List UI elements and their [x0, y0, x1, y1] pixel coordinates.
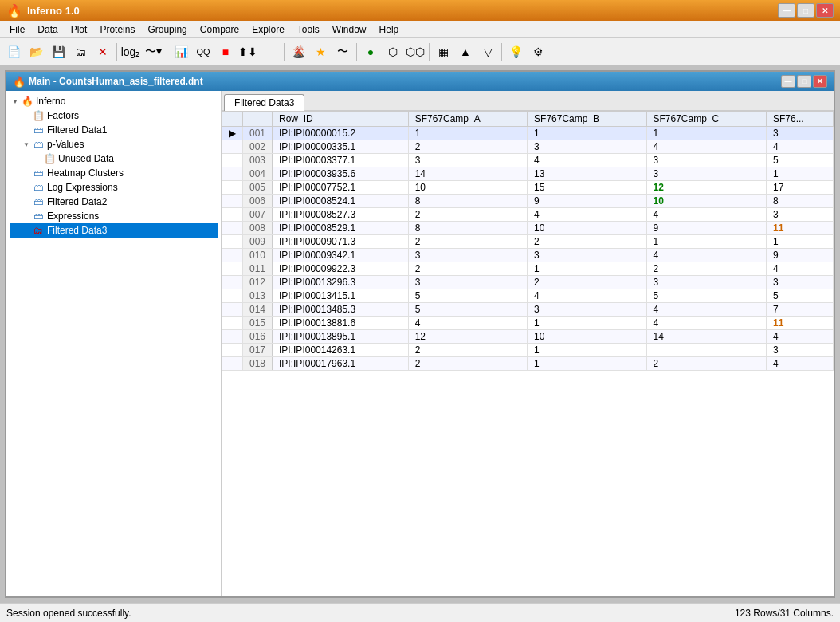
toolbar-filter-btn[interactable]: ▽	[477, 41, 498, 62]
col-header-c[interactable]: SF767Camp_C	[646, 112, 766, 127]
tree-item-pvalues[interactable]: ▼ 🗃 p-Values	[10, 137, 218, 152]
col-header-b[interactable]: SF767Camp_B	[528, 112, 646, 127]
toolbar-red-btn[interactable]: ■	[215, 41, 236, 62]
row-arrow	[222, 317, 243, 330]
row-arrow	[222, 167, 243, 181]
cell-d: 7	[766, 303, 833, 317]
tree-item-unused-data[interactable]: 📋 Unused Data	[10, 152, 218, 166]
col-header-row-id[interactable]: Row_ID	[273, 112, 409, 127]
table-row[interactable]: 004IPI:IPI00003935.6141331	[222, 167, 834, 181]
toolbar-volcano-btn[interactable]: 🌋	[288, 41, 308, 62]
row-arrow: ▶	[222, 127, 243, 140]
table-row[interactable]: 017IPI:IPI00014263.1213	[222, 344, 834, 357]
menu-explore[interactable]: Explore	[245, 22, 291, 37]
table-row[interactable]: 003IPI:IPI00003377.13435	[222, 154, 834, 167]
toolbar-log-btn[interactable]: log₂	[120, 41, 141, 62]
toolbar-delete-btn[interactable]: ✕	[92, 41, 113, 62]
menu-window[interactable]: Window	[326, 22, 373, 37]
table-row[interactable]: ▶001IPI:IPI00000015.21113	[222, 127, 834, 140]
cell-c: 4	[646, 140, 766, 154]
toolbar-line-btn[interactable]: —	[260, 41, 281, 62]
row-arrow	[222, 276, 243, 289]
toolbar-spike-btn[interactable]: ⬆⬇	[237, 41, 258, 62]
cell-b: 10	[528, 222, 646, 235]
tree-item-inferno[interactable]: ▼ 🔥 Inferno	[10, 94, 218, 108]
table-row[interactable]: 006IPI:IPI00008524.189108	[222, 195, 834, 208]
inner-window: 🔥 Main - CountsHuman_asis_filtered.dnt —…	[5, 70, 835, 598]
table-container[interactable]: Row_ID SF767Camp_A SF767Camp_B SF767Camp…	[222, 111, 834, 596]
table-row[interactable]: 018IPI:IPI00017963.12124	[222, 357, 834, 371]
tab-filtered-data3[interactable]: Filtered Data3	[224, 94, 304, 111]
tree-label-filtered-data3: Filtered Data3	[47, 225, 107, 236]
table-row[interactable]: 011IPI:IPI00009922.32124	[222, 262, 834, 276]
menu-grouping[interactable]: Grouping	[141, 22, 193, 37]
menu-file[interactable]: File	[3, 22, 31, 37]
toolbar-qq-btn[interactable]: QQ	[193, 41, 214, 62]
toolbar-network-btn[interactable]: ⬡	[383, 41, 403, 62]
toolbar-bulb-btn[interactable]: 💡	[505, 41, 526, 62]
inner-close-btn[interactable]: ✕	[813, 75, 827, 88]
tree-icon-heatmap: 🗃	[32, 167, 45, 179]
row-number: 004	[243, 167, 273, 181]
table-row[interactable]: 008IPI:IPI00008529.1810911	[222, 222, 834, 235]
cell-a: 2	[408, 235, 527, 249]
toolbar-save-btn[interactable]: 💾	[48, 41, 69, 62]
menu-compare[interactable]: Compare	[194, 22, 245, 37]
app-maximize-btn[interactable]: □	[797, 3, 814, 18]
toolbar-settings-btn[interactable]: ⚙	[528, 41, 548, 62]
toolbar-bar-btn[interactable]: 📊	[171, 41, 191, 62]
cell-c: 4	[646, 317, 766, 330]
toolbar-green-btn[interactable]: ●	[360, 41, 381, 62]
tree-item-heatmap[interactable]: 🗃 Heatmap Clusters	[10, 166, 218, 180]
cell-b: 3	[528, 249, 646, 262]
app-minimize-btn[interactable]: —	[778, 3, 795, 18]
table-row[interactable]: 015IPI:IPI00013881.641411	[222, 317, 834, 330]
toolbar-scatter-btn[interactable]: ★	[310, 41, 331, 62]
toolbar-saveas-btn[interactable]: 🗂	[70, 41, 91, 62]
table-row[interactable]: 010IPI:IPI00009342.13349	[222, 249, 834, 262]
menu-data[interactable]: Data	[31, 22, 64, 37]
tree-item-log-expressions[interactable]: 🗃 Log Expressions	[10, 180, 218, 195]
menu-proteins[interactable]: Proteins	[93, 22, 141, 37]
table-row[interactable]: 012IPI:IPI00013296.33233	[222, 276, 834, 289]
cell-b: 1	[528, 127, 646, 140]
table-row[interactable]: 002IPI:IPI00000335.12344	[222, 140, 834, 154]
inner-maximize-btn[interactable]: □	[797, 75, 811, 88]
cell-row-id: IPI:IPI00003935.6	[273, 167, 409, 181]
menu-help[interactable]: Help	[373, 22, 406, 37]
tree-item-factors[interactable]: 📋 Factors	[10, 108, 218, 123]
col-header-a[interactable]: SF767Camp_A	[408, 112, 527, 127]
toolbar-triangle-btn[interactable]: ▲	[455, 41, 476, 62]
table-row[interactable]: 014IPI:IPI00013485.35347	[222, 303, 834, 317]
row-number: 013	[243, 289, 273, 303]
inner-body: ▼ 🔥 Inferno 📋 Factors 🗃 Filtered Data1	[6, 91, 834, 596]
tree-item-filtered-data2[interactable]: 🗃 Filtered Data2	[10, 195, 218, 209]
tree-icon-factors: 📋	[32, 109, 45, 122]
cell-d: 5	[766, 154, 833, 167]
app-close-btn[interactable]: ✕	[816, 3, 834, 18]
toolbar-heatmap-btn[interactable]: ▦	[433, 41, 453, 62]
toolbar-sep-2	[167, 43, 167, 61]
toolbar-wave2-btn[interactable]: 〜	[332, 41, 353, 62]
toolbar-cluster-btn[interactable]: ⬡⬡	[405, 41, 426, 62]
col-header-d[interactable]: SF76...	[766, 112, 833, 127]
status-right: 123 Rows/31 Columns.	[735, 608, 834, 619]
tree-icon-expressions: 🗃	[32, 210, 45, 222]
table-row[interactable]: 009IPI:IPI00009071.32211	[222, 235, 834, 249]
menu-plot[interactable]: Plot	[65, 22, 94, 37]
inner-minimize-btn[interactable]: —	[781, 75, 795, 88]
cell-b: 1	[528, 262, 646, 276]
tree-item-filtered-data1[interactable]: 🗃 Filtered Data1	[10, 123, 218, 137]
table-row[interactable]: 016IPI:IPI00013895.11210144	[222, 330, 834, 344]
table-row[interactable]: 007IPI:IPI00008527.32443	[222, 208, 834, 222]
table-row[interactable]: 013IPI:IPI00013415.15455	[222, 289, 834, 303]
menu-tools[interactable]: Tools	[291, 22, 326, 37]
toolbar-new-btn[interactable]: 📄	[3, 41, 24, 62]
cell-d: 1	[766, 167, 833, 181]
tree-item-expressions[interactable]: 🗃 Expressions	[10, 209, 218, 223]
table-row[interactable]: 005IPI:IPI00007752.110151217	[222, 181, 834, 195]
toolbar-wave-btn[interactable]: 〜▾	[143, 41, 163, 62]
row-number: 001	[243, 127, 273, 140]
tree-item-filtered-data3[interactable]: 🗂 Filtered Data3	[10, 223, 218, 238]
toolbar-open-btn[interactable]: 📂	[26, 41, 46, 62]
